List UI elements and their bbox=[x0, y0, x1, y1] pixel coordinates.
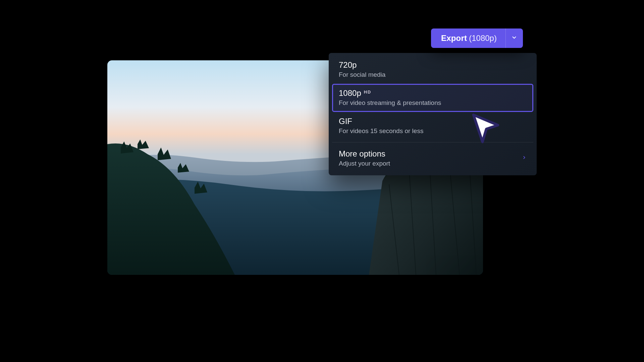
export-split-button: Export (1080p) bbox=[431, 28, 523, 48]
menu-item-title: GIF bbox=[339, 117, 352, 126]
menu-item-720p[interactable]: 720p For social media bbox=[332, 56, 533, 84]
menu-item-desc: Adjust your export bbox=[339, 160, 390, 167]
menu-item-title: 1080p bbox=[339, 88, 361, 98]
export-label: Export bbox=[441, 34, 467, 43]
export-resolution-menu: 720p For social media 1080p HD For video… bbox=[329, 53, 537, 175]
menu-item-desc: For social media bbox=[339, 71, 527, 78]
menu-item-1080p[interactable]: 1080p HD For video streaming & presentat… bbox=[332, 84, 533, 112]
menu-divider bbox=[332, 142, 533, 142]
menu-item-title: More options bbox=[339, 149, 385, 159]
menu-item-title: 720p bbox=[339, 60, 357, 70]
menu-item-more-options[interactable]: More options Adjust your export bbox=[332, 144, 533, 173]
menu-item-desc: For video streaming & presentations bbox=[339, 99, 527, 107]
export-button[interactable]: Export (1080p) bbox=[431, 28, 505, 48]
menu-item-desc: For videos 15 seconds or less bbox=[339, 127, 527, 135]
export-current-resolution: (1080p) bbox=[469, 34, 497, 43]
menu-item-gif[interactable]: GIF For videos 15 seconds or less bbox=[332, 112, 533, 140]
export-dropdown-toggle[interactable] bbox=[505, 28, 523, 48]
chevron-right-icon bbox=[522, 155, 527, 161]
chevron-down-icon bbox=[511, 35, 517, 42]
hd-badge: HD bbox=[364, 89, 371, 95]
